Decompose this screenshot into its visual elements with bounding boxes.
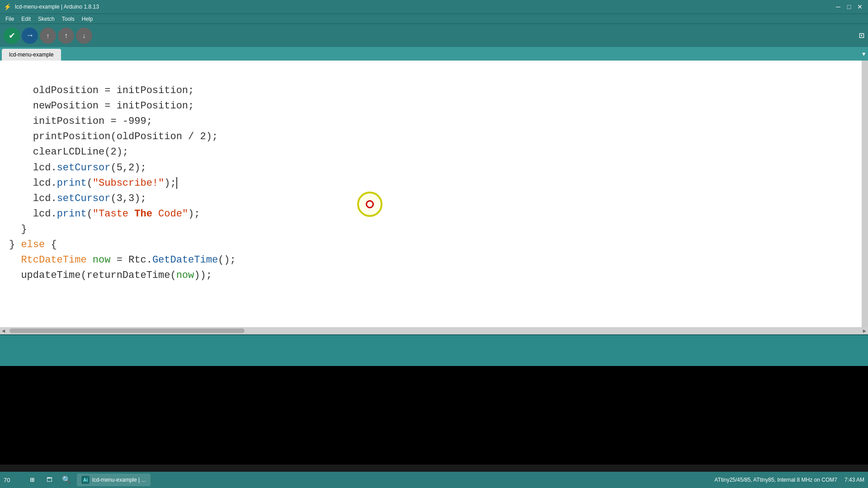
titlebar: ⚡ lcd-menu-example | Arduino 1.8.13 ─ □ … xyxy=(0,0,868,14)
scroll-right-arrow[interactable]: ▶ xyxy=(861,328,868,334)
close-button[interactable]: ✕ xyxy=(855,2,864,11)
new-button[interactable]: ↑ xyxy=(40,28,56,44)
toolbar: ✔ → ↑ ↑ ↓ ⊡ xyxy=(0,23,868,47)
code-line-11: } else { xyxy=(9,239,57,250)
tab-label: lcd-menu-example xyxy=(9,52,54,58)
code-line-4: printPosition(oldPosition / 2); xyxy=(9,131,218,142)
maximize-button[interactable]: □ xyxy=(844,2,854,11)
code-line-1: oldPosition = initPosition; xyxy=(9,85,194,96)
open-button[interactable]: ↑ xyxy=(58,28,74,44)
code-line-5: clearLCDLine(2); xyxy=(9,146,128,158)
tab-menu-button[interactable]: ▾ xyxy=(861,49,866,61)
code-editor[interactable]: oldPosition = initPosition; newPosition … xyxy=(0,61,868,327)
code-line-7: lcd.print("Subscribe!"); xyxy=(9,178,177,189)
code-line-10: } xyxy=(9,224,27,235)
titlebar-title: ⚡ lcd-menu-example | Arduino 1.8.13 xyxy=(4,3,99,10)
code-line-12: RtcDateTime now = Rtc.GetDateTime(); xyxy=(9,254,236,266)
window-title: lcd-menu-example | Arduino 1.8.13 xyxy=(15,4,99,10)
code-line-8: lcd.setCursor(3,3); xyxy=(9,193,146,204)
menu-file[interactable]: File xyxy=(2,15,18,23)
scroll-left-arrow[interactable]: ◀ xyxy=(0,328,7,334)
scroll-track[interactable] xyxy=(9,328,859,333)
start-button[interactable]: ⊞ xyxy=(25,473,39,487)
menubar: File Edit Sketch Tools Help xyxy=(0,14,868,23)
menu-help[interactable]: Help xyxy=(78,15,97,23)
save-button[interactable]: ↓ xyxy=(76,28,92,44)
taskbar-app-arduino[interactable]: Ai lcd-menu-example | ... xyxy=(77,474,151,486)
taskview-button[interactable]: 🗔 xyxy=(42,473,56,487)
taskbar: ⊞ 🗔 🔍 Ai lcd-menu-example | ... xyxy=(25,473,711,487)
tabbar: lcd-menu-example ▾ xyxy=(0,47,868,61)
code-line-9: lcd.print("Taste The Code"); xyxy=(9,208,200,220)
app-icon: ⚡ xyxy=(4,3,11,10)
arduino-app-icon: Ai xyxy=(81,476,90,484)
statusbar: 70 ⊞ 🗔 🔍 Ai lcd-menu-example | ... ATtin… xyxy=(0,472,868,488)
line-col-indicator: 70 xyxy=(4,477,22,483)
menu-tools[interactable]: Tools xyxy=(58,15,78,23)
verify-button[interactable]: ✔ xyxy=(4,28,20,44)
code-line-13: updateTime(returnDateTime(now)); xyxy=(9,270,212,281)
statusbar-right: ATtiny25/45/85, ATtiny85, Internal 8 MHz… xyxy=(714,477,864,483)
console-area xyxy=(0,334,868,366)
board-info: ATtiny25/45/85, ATtiny85, Internal 8 MHz… xyxy=(714,477,837,483)
black-area xyxy=(0,366,868,465)
code-content[interactable]: oldPosition = initPosition; newPosition … xyxy=(0,64,862,302)
serial-monitor-button[interactable]: ⊡ xyxy=(859,30,864,41)
taskbar-app-label: lcd-menu-example | ... xyxy=(92,477,146,483)
code-line-3: initPosition = -999; xyxy=(9,116,152,127)
clock: 7:43 AM xyxy=(844,477,864,483)
upload-button[interactable]: → xyxy=(22,28,38,44)
code-line-6: lcd.setCursor(5,2); xyxy=(9,162,146,174)
code-line-2: newPosition = initPosition; xyxy=(9,100,194,112)
active-tab[interactable]: lcd-menu-example xyxy=(2,49,61,61)
minimize-button[interactable]: ─ xyxy=(834,2,843,11)
titlebar-controls: ─ □ ✕ xyxy=(834,2,864,11)
scroll-thumb[interactable] xyxy=(9,328,245,333)
search-button[interactable]: 🔍 xyxy=(60,473,73,487)
menu-sketch[interactable]: Sketch xyxy=(34,15,58,23)
vertical-scrollbar[interactable] xyxy=(862,61,868,327)
horizontal-scrollbar[interactable]: ◀ ▶ xyxy=(0,327,868,334)
menu-edit[interactable]: Edit xyxy=(18,15,34,23)
